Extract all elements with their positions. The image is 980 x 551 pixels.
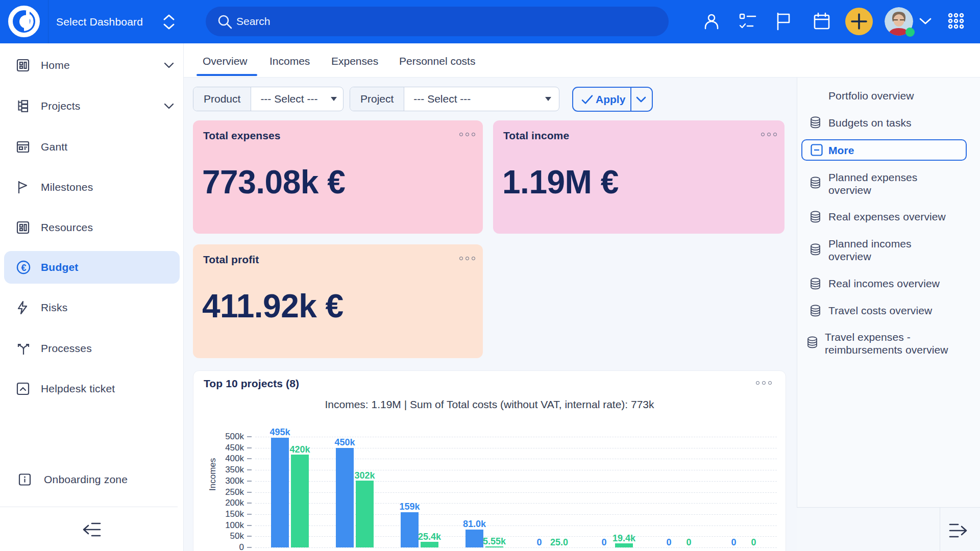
svg-text:€: € [21, 263, 26, 273]
